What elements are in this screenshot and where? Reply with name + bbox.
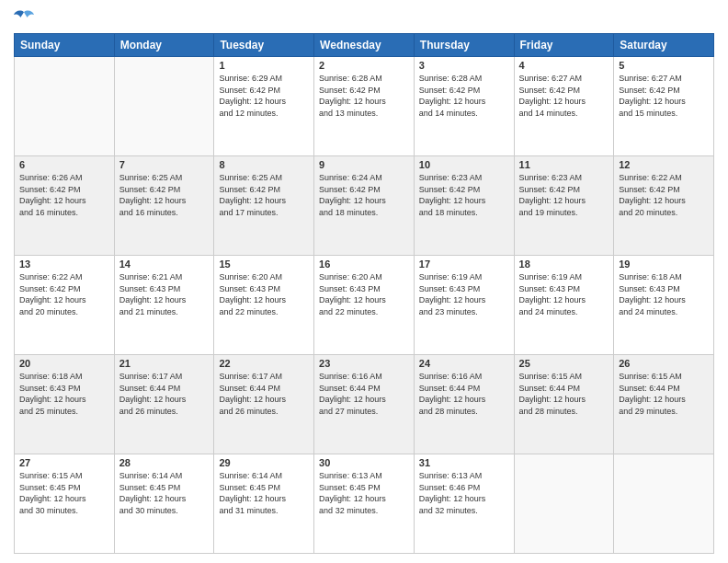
day-number: 15: [219, 259, 309, 270]
day-info: Sunrise: 6:25 AM Sunset: 6:42 PM Dayligh…: [219, 172, 309, 218]
day-number: 28: [119, 457, 210, 468]
day-number: 13: [19, 259, 109, 270]
day-number: 27: [19, 457, 109, 468]
calendar-cell: 22Sunrise: 6:17 AM Sunset: 6:44 PM Dayli…: [214, 355, 314, 454]
day-number: 25: [519, 358, 609, 369]
calendar-cell: 1Sunrise: 6:29 AM Sunset: 6:42 PM Daylig…: [214, 57, 314, 156]
day-number: 30: [319, 457, 409, 468]
calendar-cell: 12Sunrise: 6:22 AM Sunset: 6:42 PM Dayli…: [614, 156, 714, 256]
day-number: 22: [219, 358, 309, 369]
calendar-cell: 3Sunrise: 6:28 AM Sunset: 6:42 PM Daylig…: [414, 57, 514, 156]
day-number: 18: [519, 259, 609, 270]
day-info: Sunrise: 6:29 AM Sunset: 6:42 PM Dayligh…: [219, 73, 309, 119]
weekday-header-saturday: Saturday: [614, 34, 714, 57]
day-number: 9: [319, 159, 409, 170]
calendar-cell: 8Sunrise: 6:25 AM Sunset: 6:42 PM Daylig…: [214, 156, 314, 256]
day-number: 29: [219, 457, 309, 468]
calendar-cell: 28Sunrise: 6:14 AM Sunset: 6:45 PM Dayli…: [114, 454, 214, 554]
calendar-cell: 10Sunrise: 6:23 AM Sunset: 6:42 PM Dayli…: [414, 156, 514, 256]
header: [14, 9, 714, 26]
day-info: Sunrise: 6:23 AM Sunset: 6:42 PM Dayligh…: [519, 172, 609, 218]
calendar-cell: 26Sunrise: 6:15 AM Sunset: 6:44 PM Dayli…: [614, 355, 714, 454]
day-info: Sunrise: 6:15 AM Sunset: 6:45 PM Dayligh…: [19, 470, 109, 516]
weekday-header-thursday: Thursday: [414, 34, 514, 57]
calendar-cell: 20Sunrise: 6:18 AM Sunset: 6:43 PM Dayli…: [15, 355, 115, 454]
calendar-cell: 15Sunrise: 6:20 AM Sunset: 6:43 PM Dayli…: [214, 256, 314, 355]
calendar-cell: [114, 57, 214, 156]
day-number: 31: [419, 457, 509, 468]
day-number: 20: [19, 358, 109, 369]
day-number: 6: [19, 159, 109, 170]
day-info: Sunrise: 6:23 AM Sunset: 6:42 PM Dayligh…: [419, 172, 509, 218]
day-info: Sunrise: 6:27 AM Sunset: 6:42 PM Dayligh…: [619, 73, 709, 119]
weekday-header-friday: Friday: [514, 34, 614, 57]
day-info: Sunrise: 6:28 AM Sunset: 6:42 PM Dayligh…: [319, 73, 409, 119]
day-number: 11: [519, 159, 609, 170]
day-info: Sunrise: 6:19 AM Sunset: 6:43 PM Dayligh…: [419, 271, 509, 317]
calendar-cell: 18Sunrise: 6:19 AM Sunset: 6:43 PM Dayli…: [514, 256, 614, 355]
weekday-header-tuesday: Tuesday: [214, 34, 314, 57]
day-info: Sunrise: 6:17 AM Sunset: 6:44 PM Dayligh…: [219, 371, 309, 417]
day-number: 21: [119, 358, 210, 369]
day-info: Sunrise: 6:22 AM Sunset: 6:42 PM Dayligh…: [619, 172, 709, 218]
calendar-cell: 5Sunrise: 6:27 AM Sunset: 6:42 PM Daylig…: [614, 57, 714, 156]
calendar-cell: 23Sunrise: 6:16 AM Sunset: 6:44 PM Dayli…: [314, 355, 415, 454]
day-number: 1: [219, 60, 309, 71]
logo-bird-icon: [14, 9, 34, 26]
calendar-cell: 2Sunrise: 6:28 AM Sunset: 6:42 PM Daylig…: [314, 57, 415, 156]
day-number: 4: [519, 60, 609, 71]
day-number: 5: [619, 60, 709, 71]
day-number: 26: [619, 358, 709, 369]
calendar-cell: 11Sunrise: 6:23 AM Sunset: 6:42 PM Dayli…: [514, 156, 614, 256]
calendar-cell: [15, 57, 115, 156]
calendar-cell: 4Sunrise: 6:27 AM Sunset: 6:42 PM Daylig…: [514, 57, 614, 156]
logo: [14, 9, 38, 26]
day-info: Sunrise: 6:14 AM Sunset: 6:45 PM Dayligh…: [219, 470, 309, 516]
calendar-cell: 24Sunrise: 6:16 AM Sunset: 6:44 PM Dayli…: [414, 355, 514, 454]
calendar-cell: 6Sunrise: 6:26 AM Sunset: 6:42 PM Daylig…: [15, 156, 115, 256]
weekday-header-row: SundayMondayTuesdayWednesdayThursdayFrid…: [15, 34, 714, 57]
calendar-cell: 16Sunrise: 6:20 AM Sunset: 6:43 PM Dayli…: [314, 256, 415, 355]
day-info: Sunrise: 6:18 AM Sunset: 6:43 PM Dayligh…: [619, 271, 709, 317]
day-number: 3: [419, 60, 509, 71]
day-number: 17: [419, 259, 509, 270]
calendar-week-row: 20Sunrise: 6:18 AM Sunset: 6:43 PM Dayli…: [15, 355, 714, 454]
day-info: Sunrise: 6:13 AM Sunset: 6:45 PM Dayligh…: [319, 470, 409, 516]
day-number: 8: [219, 159, 309, 170]
calendar-week-row: 13Sunrise: 6:22 AM Sunset: 6:42 PM Dayli…: [15, 256, 714, 355]
calendar-cell: [614, 454, 714, 554]
calendar-cell: 25Sunrise: 6:15 AM Sunset: 6:44 PM Dayli…: [514, 355, 614, 454]
day-info: Sunrise: 6:28 AM Sunset: 6:42 PM Dayligh…: [419, 73, 509, 119]
day-number: 10: [419, 159, 509, 170]
calendar-cell: 17Sunrise: 6:19 AM Sunset: 6:43 PM Dayli…: [414, 256, 514, 355]
calendar-cell: 30Sunrise: 6:13 AM Sunset: 6:45 PM Dayli…: [314, 454, 415, 554]
day-info: Sunrise: 6:13 AM Sunset: 6:46 PM Dayligh…: [419, 470, 509, 516]
day-info: Sunrise: 6:25 AM Sunset: 6:42 PM Dayligh…: [119, 172, 210, 218]
calendar-cell: [514, 454, 614, 554]
calendar-cell: 21Sunrise: 6:17 AM Sunset: 6:44 PM Dayli…: [114, 355, 214, 454]
day-info: Sunrise: 6:26 AM Sunset: 6:42 PM Dayligh…: [19, 172, 109, 218]
day-info: Sunrise: 6:27 AM Sunset: 6:42 PM Dayligh…: [519, 73, 609, 119]
day-info: Sunrise: 6:22 AM Sunset: 6:42 PM Dayligh…: [19, 271, 109, 317]
calendar-week-row: 1Sunrise: 6:29 AM Sunset: 6:42 PM Daylig…: [15, 57, 714, 156]
day-number: 19: [619, 259, 709, 270]
day-number: 12: [619, 159, 709, 170]
calendar-cell: 14Sunrise: 6:21 AM Sunset: 6:43 PM Dayli…: [114, 256, 214, 355]
day-info: Sunrise: 6:19 AM Sunset: 6:43 PM Dayligh…: [519, 271, 609, 317]
calendar-cell: 13Sunrise: 6:22 AM Sunset: 6:42 PM Dayli…: [15, 256, 115, 355]
calendar-cell: 27Sunrise: 6:15 AM Sunset: 6:45 PM Dayli…: [15, 454, 115, 554]
day-number: 14: [119, 259, 210, 270]
day-number: 23: [319, 358, 409, 369]
day-info: Sunrise: 6:20 AM Sunset: 6:43 PM Dayligh…: [319, 271, 409, 317]
calendar-cell: 9Sunrise: 6:24 AM Sunset: 6:42 PM Daylig…: [314, 156, 415, 256]
day-number: 7: [119, 159, 210, 170]
weekday-header-wednesday: Wednesday: [314, 34, 415, 57]
calendar-cell: 31Sunrise: 6:13 AM Sunset: 6:46 PM Dayli…: [414, 454, 514, 554]
day-info: Sunrise: 6:14 AM Sunset: 6:45 PM Dayligh…: [119, 470, 210, 516]
calendar-cell: 19Sunrise: 6:18 AM Sunset: 6:43 PM Dayli…: [614, 256, 714, 355]
page: SundayMondayTuesdayWednesdayThursdayFrid…: [0, 0, 728, 563]
calendar-cell: 7Sunrise: 6:25 AM Sunset: 6:42 PM Daylig…: [114, 156, 214, 256]
calendar-week-row: 27Sunrise: 6:15 AM Sunset: 6:45 PM Dayli…: [15, 454, 714, 554]
weekday-header-monday: Monday: [114, 34, 214, 57]
day-info: Sunrise: 6:20 AM Sunset: 6:43 PM Dayligh…: [219, 271, 309, 317]
